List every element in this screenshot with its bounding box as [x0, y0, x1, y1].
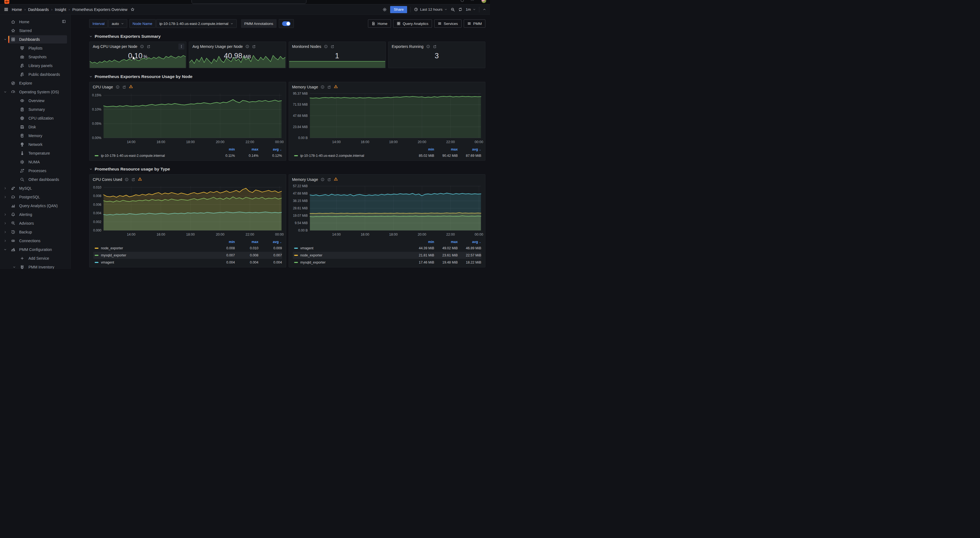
pmm-logo[interactable]	[5, 0, 9, 4]
sidebar-item-home[interactable]: Home	[0, 18, 70, 26]
sidebar-item-public-dashboards[interactable]: Public dashboards	[0, 70, 70, 79]
refresh-button[interactable]	[458, 7, 462, 11]
breadcrumb-item[interactable]: Insight	[55, 7, 66, 12]
legend-sort-avg[interactable]: avg ⌄	[458, 240, 481, 244]
external-icon[interactable]	[433, 45, 437, 48]
sidebar-item-pmm-configuration[interactable]: PMM Configuration	[0, 245, 70, 254]
favorite-star-button[interactable]	[130, 7, 135, 11]
sidebar-item-memory[interactable]: Memory	[0, 131, 70, 140]
link-button-query-analytics[interactable]: Query Analytics	[393, 19, 432, 28]
info-icon[interactable]	[140, 45, 144, 48]
sidebar-item-pmm-inventory[interactable]: PMM Inventory	[0, 263, 70, 269]
sidebar-item-connections[interactable]: Connections	[0, 236, 70, 245]
sidebar-item-explore[interactable]: Explore	[0, 79, 70, 88]
menu-toggle-icon[interactable]	[4, 7, 8, 12]
sidebar-item-query-analytics-qan[interactable]: Query Analytics (QAN)	[0, 201, 70, 210]
sidebar-item-backup[interactable]: Backup	[0, 228, 70, 236]
expand-chevron[interactable]	[13, 266, 16, 269]
sidebar-item-playlists[interactable]: Playlists	[0, 44, 70, 53]
info-icon[interactable]	[324, 45, 328, 48]
external-icon[interactable]	[131, 178, 135, 181]
series-name[interactable]: vmagent	[301, 246, 411, 250]
info-icon[interactable]	[321, 85, 325, 89]
pmm-annotations-toggle[interactable]	[282, 21, 291, 26]
link-button-pmm[interactable]: PMM	[464, 19, 485, 28]
time-range-picker[interactable]: Last 12 hours	[414, 7, 447, 11]
time-series-chart[interactable]: 0.0100.0080.0060.0040.0020.00014:0016:00…	[92, 184, 284, 237]
info-icon[interactable]	[116, 85, 119, 89]
info-icon[interactable]	[321, 178, 325, 181]
user-avatar[interactable]	[482, 0, 486, 3]
sidebar-item-add-service[interactable]: Add Service	[0, 254, 70, 263]
sidebar-item-dashboards[interactable]: Dashboards	[0, 35, 70, 44]
expand-chevron[interactable]	[3, 187, 7, 190]
sidebar-item-mysql[interactable]: MySQL	[0, 184, 70, 193]
sidebar-item-network[interactable]: Network	[0, 140, 70, 149]
panel-title[interactable]: Exporters Running	[392, 45, 423, 49]
panel-title[interactable]: Monitored Nodes	[292, 45, 321, 49]
sidebar-item-summary[interactable]: Summary	[0, 105, 70, 114]
legend-sort-avg[interactable]: avg ⌄	[259, 148, 282, 151]
panel-title[interactable]: Memory Usage	[292, 85, 318, 89]
dock-sidebar-button[interactable]	[62, 19, 66, 24]
breadcrumb-item[interactable]: Dashboards	[28, 7, 49, 12]
series-name[interactable]: ip-10-178-1-40.us-east-2.compute.interna…	[101, 154, 212, 158]
section-header[interactable]: Prometheus Exporters Resource Usage by N…	[89, 73, 485, 80]
sidebar-item-cpu-utilization[interactable]: CPU utilization	[0, 114, 70, 123]
sidebar-item-alerting[interactable]: Alerting	[0, 210, 70, 219]
section-header[interactable]: Prometheus Exporters Summary	[89, 33, 485, 40]
section-header[interactable]: Prometheus Resource usage by Type	[89, 166, 485, 172]
share-button[interactable]: Share	[390, 6, 407, 13]
sidebar-item-numa[interactable]: NUMA	[0, 158, 70, 166]
gear-icon[interactable]	[382, 7, 387, 12]
interval-select[interactable]: auto	[108, 19, 127, 28]
expand-chevron[interactable]	[3, 231, 7, 234]
info-icon[interactable]	[125, 178, 129, 181]
expand-chevron[interactable]	[3, 196, 7, 199]
expand-chevron[interactable]	[3, 38, 7, 41]
external-icon[interactable]	[122, 85, 126, 89]
sidebar-item-operating-system-os[interactable]: Operating System (OS)	[0, 88, 70, 96]
sidebar-item-disk[interactable]: Disk	[0, 123, 70, 131]
sidebar-item-other-dashboards[interactable]: Other dashboards	[0, 175, 70, 184]
panel-menu-button[interactable]	[178, 43, 185, 49]
legend-sort-min[interactable]: min	[212, 148, 235, 151]
legend-sort-min[interactable]: min	[410, 148, 434, 151]
warning-icon[interactable]	[129, 84, 133, 89]
series-name[interactable]: vmagent	[101, 261, 212, 264]
warning-icon[interactable]	[334, 177, 338, 181]
legend-sort-avg[interactable]: avg ⌄	[259, 240, 282, 244]
series-name[interactable]: ip-10-178-1-40.us-east-2.compute.interna…	[301, 154, 411, 158]
series-name[interactable]: node_exporter	[101, 246, 212, 250]
more-icon[interactable]	[471, 0, 474, 3]
panel-title[interactable]: CPU Cores Used	[93, 177, 122, 182]
expand-chevron[interactable]	[3, 222, 7, 225]
external-icon[interactable]	[146, 45, 151, 48]
panel-title[interactable]: Memory Usage	[292, 177, 318, 182]
time-series-chart[interactable]: 57.22 MiB47.68 MiB38.15 MiB28.61 MiB19.0…	[291, 184, 483, 237]
zoom-out-button[interactable]	[450, 7, 455, 12]
series-name[interactable]: mysqld_exporter	[301, 261, 411, 264]
warning-icon[interactable]	[138, 177, 142, 181]
settings-gear-icon[interactable]	[382, 7, 387, 12]
global-search-input[interactable]	[191, 0, 306, 4]
series-name[interactable]: node_exporter	[301, 253, 411, 257]
legend-sort-max[interactable]: max	[235, 148, 259, 151]
legend-sort-max[interactable]: max	[235, 240, 259, 244]
sidebar-item-starred[interactable]: Starred	[0, 26, 70, 35]
expand-chevron[interactable]	[3, 239, 7, 242]
series-name[interactable]: mysqld_exporter	[101, 253, 212, 257]
external-icon[interactable]	[331, 45, 334, 48]
breadcrumb-item[interactable]: Home	[12, 7, 22, 12]
legend-sort-min[interactable]: min	[410, 240, 434, 244]
external-icon[interactable]	[252, 45, 256, 48]
info-icon[interactable]	[245, 45, 249, 48]
panel-title[interactable]: Avg CPU Usage per Node	[93, 45, 137, 49]
collapse-topbar-icon[interactable]	[483, 8, 486, 11]
legend-sort-max[interactable]: max	[434, 240, 458, 244]
link-button-home[interactable]: Home	[368, 19, 391, 28]
panel-title[interactable]: Avg Memory Usage per Node	[192, 45, 243, 49]
time-series-chart[interactable]: 0.15%0.10%0.05%0.00%14:0016:0018:0020:00…	[92, 91, 284, 145]
link-button-services[interactable]: Services	[434, 19, 461, 28]
legend-sort-min[interactable]: min	[212, 240, 235, 244]
